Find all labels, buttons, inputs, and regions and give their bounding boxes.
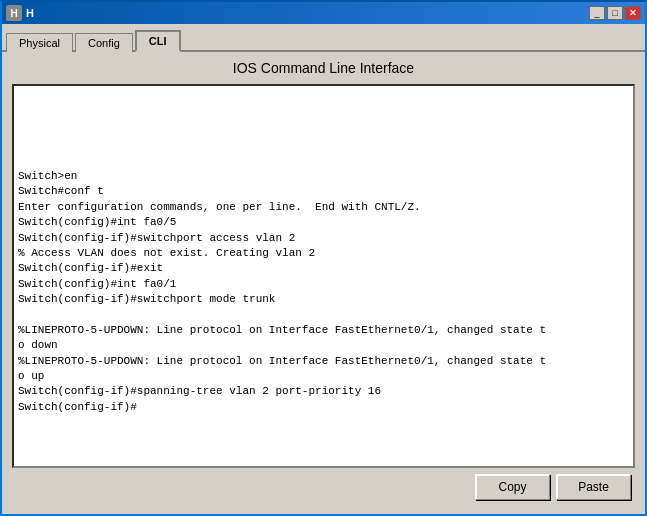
window-icon: H — [6, 5, 22, 21]
terminal-content[interactable]: Switch>en Switch#conf t Enter configurat… — [14, 86, 633, 466]
title-bar-buttons: _ □ ✕ — [589, 6, 641, 20]
close-button[interactable]: ✕ — [625, 6, 641, 20]
copy-button[interactable]: Copy — [475, 474, 550, 500]
tabs-bar: Physical Config CLI — [2, 24, 645, 52]
content-area: IOS Command Line Interface Switch>en Swi… — [2, 52, 645, 514]
terminal-wrapper: Switch>en Switch#conf t Enter configurat… — [12, 84, 635, 468]
tab-physical[interactable]: Physical — [6, 33, 73, 52]
terminal-scroll[interactable]: Switch>en Switch#conf t Enter configurat… — [14, 86, 633, 466]
tab-cli[interactable]: CLI — [135, 30, 181, 52]
tab-config[interactable]: Config — [75, 33, 133, 52]
maximize-button[interactable]: □ — [607, 6, 623, 20]
main-window: H H _ □ ✕ Physical Config CLI IOS Comman… — [0, 0, 647, 516]
section-title: IOS Command Line Interface — [12, 60, 635, 76]
minimize-button[interactable]: _ — [589, 6, 605, 20]
paste-button[interactable]: Paste — [556, 474, 631, 500]
title-bar: H H _ □ ✕ — [2, 2, 645, 24]
window-title: H — [26, 7, 589, 19]
buttons-row: Copy Paste — [12, 468, 635, 506]
